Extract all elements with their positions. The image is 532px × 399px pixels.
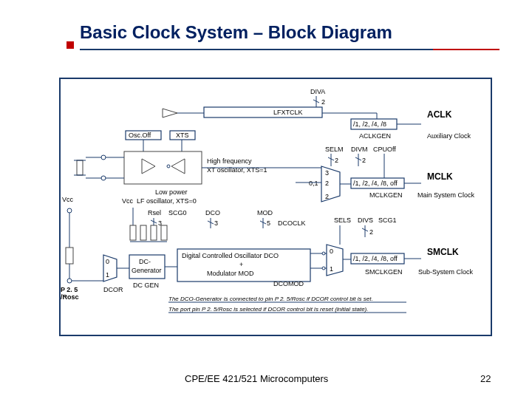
title-underline-accent — [433, 49, 499, 50]
svg-rect-44 — [130, 225, 136, 240]
mux-2b: 2 — [325, 193, 329, 200]
label-cpuoff: CPUOff — [373, 146, 396, 153]
label-vcc-node: Vcc — [122, 197, 134, 205]
note-2: The port pin P 2. 5/Rosc is selected if … — [168, 306, 368, 313]
dco-box-a: Digital Controlled Oscillator DCO — [182, 252, 279, 259]
label-scg0: SCG0 — [168, 209, 187, 216]
label-lfosc: LF oscillator, XTS=0 — [137, 197, 197, 205]
label-aclk-div: /1, /2, /4, /8 — [353, 120, 386, 128]
label-smclk-div: /1, /2, /4, /8, off — [353, 255, 398, 262]
label-diva-n: 2 — [321, 98, 325, 106]
label-mod: MOD — [257, 209, 273, 216]
label-lowp: Low power — [155, 188, 188, 196]
label-dcgen-top: DC- — [139, 258, 151, 265]
svg-point-22 — [101, 155, 106, 160]
sm-1: 1 — [330, 265, 333, 273]
label-rosc: /Rosc — [61, 293, 79, 301]
label-dcoclk: DCOCLK — [278, 219, 306, 227]
label-diva: DIVA — [310, 88, 325, 95]
label-smclkgen: SMCLKGEN — [365, 268, 403, 276]
svg-point-41 — [67, 279, 72, 283]
dco-box-b: + — [239, 261, 243, 268]
label-lfxtclk: LFXTCLK — [273, 109, 303, 116]
svg-point-67 — [322, 267, 325, 270]
svg-point-37 — [67, 208, 72, 213]
label-divs-n: 2 — [369, 228, 373, 236]
label-aclkgen: ACLKGEN — [359, 132, 391, 140]
label-mod-n: 5 — [267, 219, 270, 227]
label-mclkgen: MCLKGEN — [369, 191, 403, 199]
label-smclk: SMCLK — [427, 247, 459, 257]
label-dco-n: 3 — [214, 219, 218, 227]
svg-point-23 — [101, 176, 106, 180]
svg-rect-39 — [66, 248, 73, 264]
svg-marker-31 — [321, 166, 340, 202]
dco-box-c: Modulator MOD — [207, 270, 254, 277]
label-rsel-n: 3 — [158, 219, 162, 227]
label-vcc-text: Vcc — [62, 196, 74, 203]
label-rsel: Rsel — [148, 209, 161, 216]
label-aux-clock: Auxiliary Clock — [427, 132, 471, 140]
mux-01: 0,1 — [309, 180, 318, 187]
label-divm-n: 2 — [362, 157, 366, 164]
label-aclk: ACLK — [427, 109, 452, 120]
footer-page: 22 — [480, 373, 491, 384]
label-xts: XTS — [176, 132, 189, 139]
label-mclk-div: /1, /2, /4, /8, off — [353, 180, 398, 187]
sw-0: 0 — [106, 258, 109, 265]
label-dcomod: DCOMOD — [273, 280, 304, 287]
svg-point-16 — [167, 165, 170, 168]
svg-rect-45 — [140, 225, 146, 240]
label-mclk: MCLK — [427, 171, 453, 182]
footer-course: CPE/EE 421/521 Microcomputers — [185, 373, 328, 384]
mux-2: 2 — [325, 180, 329, 187]
title-underline — [80, 49, 433, 50]
label-dcor: DCOR — [103, 286, 123, 293]
label-p25: P 2. 5 — [61, 286, 78, 293]
mux-3: 3 — [325, 169, 329, 177]
svg-rect-13 — [124, 151, 202, 184]
label-dcgen: DC GEN — [133, 282, 159, 289]
svg-marker-3 — [163, 109, 177, 117]
title-bullet — [66, 41, 74, 49]
svg-rect-46 — [151, 225, 157, 240]
label-scg1: SCG1 — [378, 216, 397, 224]
svg-rect-47 — [161, 225, 167, 240]
label-divm: DIVM — [351, 146, 368, 153]
label-dcgen-bot: Generator — [132, 267, 162, 274]
label-oscoff: Osc.Off — [129, 132, 151, 139]
label-sub-clock: Sub-System Clock — [418, 268, 474, 276]
svg-rect-17 — [77, 160, 83, 175]
label-selm-n: 2 — [335, 157, 338, 164]
sm-0: 0 — [330, 248, 333, 255]
sw-1: 1 — [106, 271, 109, 279]
svg-point-66 — [322, 252, 325, 255]
note-1: The DCO-Generator is connected to pin P … — [168, 296, 373, 302]
page-title: Basic Clock System – Block Diagram — [80, 22, 392, 43]
label-divs: DIVS — [358, 216, 373, 224]
svg-rect-2 — [204, 107, 322, 117]
block-diagram: DIVA 2 LFXTCLK /1, /2, /4, /8 ACLK ACLKG… — [59, 78, 492, 336]
label-sels: SELS — [334, 216, 351, 224]
label-main-clock: Main System Clock — [417, 191, 475, 199]
label-selm: SELM — [325, 146, 344, 153]
label-hf: High frequency — [207, 157, 252, 165]
label-dco: DCO — [205, 209, 220, 216]
